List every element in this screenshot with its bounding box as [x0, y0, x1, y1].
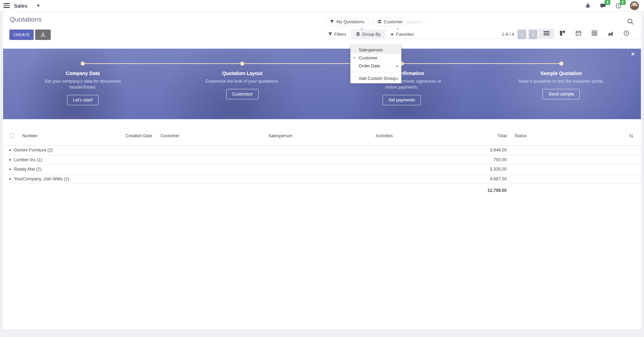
create-button[interactable]: CREATE: [9, 30, 34, 40]
group-layers-icon: [377, 19, 382, 25]
list-header-row: Number Creation Date Customer Salesperso…: [3, 130, 641, 146]
group-by-button[interactable]: Group By: [351, 30, 385, 39]
grand-total-row: 12,708.50: [3, 186, 641, 195]
column-header-customer[interactable]: Customer: [161, 133, 268, 138]
group-row-lumber-inc[interactable]: ▶ Lumber Inc (1) 750.00: [3, 155, 641, 165]
set-payments-button[interactable]: Set payments: [383, 95, 421, 105]
search-icon[interactable]: [627, 18, 634, 25]
column-header-status[interactable]: Status: [507, 133, 621, 138]
pager-previous-button[interactable]: ‹: [517, 30, 526, 39]
expand-caret-icon[interactable]: ▶: [9, 149, 14, 151]
group-name: Ready Mat (2): [14, 167, 41, 172]
expand-caret-icon[interactable]: ▶: [9, 168, 14, 171]
group-by-label: Group By: [362, 32, 381, 37]
submenu-arrow-icon: ▸: [397, 64, 398, 68]
facet-label: Customer: [384, 19, 403, 24]
messages-icon[interactable]: 5: [599, 2, 607, 9]
list-view-button[interactable]: [538, 28, 554, 39]
select-all-checkbox[interactable]: [9, 133, 14, 138]
pivot-view-button[interactable]: [586, 28, 602, 39]
column-header-salesperson[interactable]: Salesperson: [268, 133, 376, 138]
export-button[interactable]: [35, 30, 51, 40]
pager-next-button[interactable]: ›: [529, 30, 537, 39]
group-layers-icon: [356, 32, 360, 37]
timeline-dot: [240, 61, 244, 66]
kanban-view-button[interactable]: [554, 28, 570, 39]
page-title: Quotations: [10, 16, 42, 23]
list-icon: [544, 30, 549, 38]
group-name: Gemini Furniture (2): [14, 148, 53, 153]
calendar-icon: [576, 30, 581, 38]
user-avatar[interactable]: [630, 1, 639, 10]
calendar-view-button[interactable]: [570, 28, 586, 39]
group-total: 3,325.00: [475, 167, 507, 172]
star-icon: ★: [390, 32, 394, 37]
activity-clock-icon: [623, 30, 629, 38]
kanban-icon: [560, 30, 565, 38]
group-total: 4,687.50: [475, 176, 507, 181]
graph-icon: [608, 30, 613, 38]
facet-my-quotations[interactable]: My Quotations: [325, 18, 369, 26]
apps-menu-icon[interactable]: [0, 0, 14, 11]
onboarding-step-quotation-layout: Quotation Layout Customize the look of y…: [163, 49, 322, 119]
check-icon: ✓: [353, 56, 356, 60]
grand-total-value: 12,708.50: [475, 188, 507, 193]
quotations-list: Number Creation Date Customer Salesperso…: [3, 130, 641, 195]
menu-item-customer[interactable]: ✓ Customer: [351, 54, 401, 62]
pivot-icon: [592, 30, 597, 38]
step-title: Company Data: [66, 71, 100, 76]
expand-caret-icon[interactable]: ▶: [9, 178, 14, 180]
customize-button[interactable]: Customize: [226, 89, 259, 99]
favorites-label: Favorites: [396, 32, 414, 37]
menu-separator: [351, 72, 401, 72]
pager: 1-4 / 4 ‹ ›: [502, 30, 537, 39]
column-header-number[interactable]: Number: [22, 133, 125, 138]
favorites-button[interactable]: ★ Favorites: [385, 30, 419, 39]
send-sample-button[interactable]: Send sample: [543, 89, 580, 99]
onboarding-banner: Company Data Set your company's data for…: [3, 49, 641, 119]
group-total: 3,946.00: [475, 148, 507, 153]
submenu-arrow-icon: ▸: [397, 77, 398, 80]
column-header-activities[interactable]: Activities: [376, 133, 475, 138]
group-row-ready-mat[interactable]: ▶ Ready Mat (2) 3,325.00: [3, 165, 641, 174]
new-tab-button[interactable]: +: [36, 2, 40, 9]
pager-range: 1-4 / 4: [502, 32, 514, 37]
search-options-row: Filters Group By ★ Favorites: [323, 30, 419, 39]
expand-caret-icon[interactable]: ▶: [9, 158, 14, 161]
graph-view-button[interactable]: [602, 28, 618, 39]
activities-clock-icon[interactable]: 2: [614, 2, 622, 9]
onboarding-step-sample-quotation: Sample Quotation Send a quotation to tes…: [481, 49, 641, 119]
column-header-creation-date[interactable]: Creation Date: [125, 133, 161, 138]
facet-customer[interactable]: Customer: [373, 18, 408, 26]
lets-start-button[interactable]: Let's start!: [67, 95, 99, 105]
adjust-columns-icon[interactable]: [621, 133, 641, 138]
menu-item-salesperson[interactable]: Salesperson: [351, 46, 401, 54]
group-name: YourCompany, Joel Willis (2): [14, 176, 69, 181]
activity-view-button[interactable]: [618, 28, 634, 39]
filters-label: Filters: [334, 32, 346, 37]
menu-item-add-custom-group[interactable]: Add Custom Group ▸: [351, 74, 401, 82]
menu-item-order-date[interactable]: Order Date ▸: [351, 62, 401, 70]
group-row-yourcompany-joel-willis[interactable]: ▶ YourCompany, Joel Willis (2) 4,687.50: [3, 174, 641, 184]
filters-button[interactable]: Filters: [323, 30, 351, 39]
main-panel: Quotations CREATE My Quotations Customer…: [3, 11, 641, 329]
column-header-total[interactable]: Total: [475, 133, 507, 138]
menu-item-label: Salesperson: [359, 48, 383, 52]
menu-item-label: Order Date: [359, 64, 380, 68]
debug-bug-icon[interactable]: [584, 2, 592, 9]
control-panel: Quotations CREATE My Quotations Customer…: [3, 11, 641, 49]
filter-funnel-icon: [330, 19, 334, 25]
top-navbar: Sales + 5 2: [0, 0, 644, 11]
search-input[interactable]: [407, 17, 595, 26]
close-icon[interactable]: ×: [631, 51, 635, 58]
menu-item-label: Add Custom Group: [359, 76, 396, 81]
group-by-dropdown-menu: Salesperson ✓ Customer Order Date ▸ Add …: [350, 45, 401, 83]
group-total: 750.00: [475, 157, 507, 162]
group-row-gemini-furniture[interactable]: ▶ Gemini Furniture (2) 3,946.00: [3, 146, 641, 155]
app-name[interactable]: Sales: [14, 3, 27, 9]
view-switcher: [538, 28, 634, 39]
facet-label: My Quotations: [336, 19, 365, 24]
step-title: Sample Quotation: [540, 71, 582, 76]
menu-item-label: Customer: [359, 56, 377, 60]
activities-count-badge: 2: [620, 0, 626, 5]
